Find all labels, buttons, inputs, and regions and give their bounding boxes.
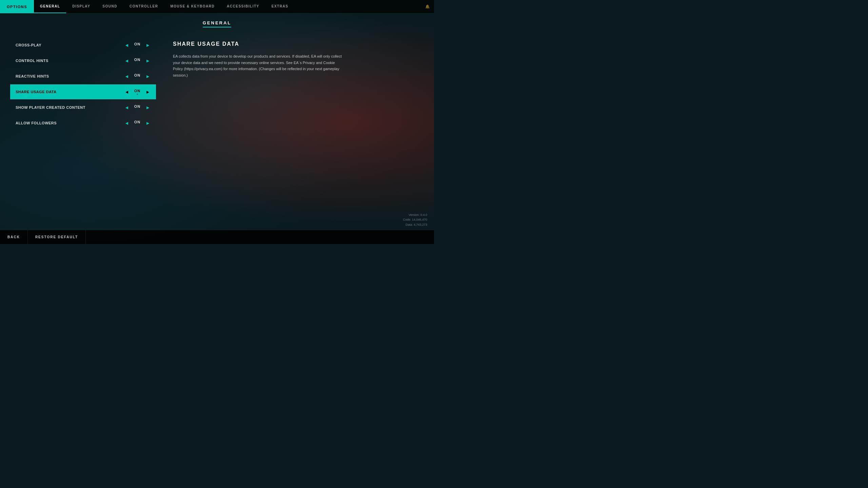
nav-right-icons: 🔔 <box>425 0 434 13</box>
arrow-right-control_hints[interactable]: ▶ <box>145 59 151 63</box>
setting-value-reactive_hints: ON <box>132 73 142 79</box>
arrow-left-reactive_hints[interactable]: ◀ <box>124 75 130 78</box>
nav-tabs: GENERALDISPLAYSOUNDCONTROLLERMOUSE & KEY… <box>34 0 425 13</box>
nav-tab-accessibility[interactable]: ACCESSIBILITY <box>221 0 265 13</box>
arrow-left-allow_followers[interactable]: ◀ <box>124 121 130 125</box>
back-button[interactable]: BACK <box>0 230 28 244</box>
version-line3: Data: 4,743,273 <box>403 222 427 227</box>
top-navigation: OPTIONS GENERALDISPLAYSOUNDCONTROLLERMOU… <box>0 0 434 14</box>
setting-label-cross_play: Cross-Play <box>16 43 124 47</box>
page-title: GENERAL <box>203 20 232 27</box>
version-line2: Code: 14,046,470 <box>403 217 427 222</box>
nav-tab-display[interactable]: DISPLAY <box>66 0 96 13</box>
info-panel: SHARE USAGE DATA EA collects data from y… <box>166 38 424 130</box>
page-title-bar: GENERAL <box>0 14 434 31</box>
arrow-left-control_hints[interactable]: ◀ <box>124 59 130 63</box>
arrow-left-share_usage_data[interactable]: ◀ <box>124 90 130 94</box>
arrow-right-share_usage_data[interactable]: ▶ <box>145 90 151 94</box>
arrow-right-reactive_hints[interactable]: ▶ <box>145 75 151 78</box>
setting-row-cross_play[interactable]: Cross-Play◀ON▶ <box>10 38 156 53</box>
version-info: Version: 0.4.0 Code: 14,046,470 Data: 4,… <box>403 212 427 227</box>
setting-row-allow_followers[interactable]: Allow Followers◀ON▶ <box>10 116 156 130</box>
setting-label-control_hints: Control Hints <box>16 59 124 63</box>
setting-label-reactive_hints: Reactive Hints <box>16 74 124 78</box>
setting-value-control_hints: ON <box>132 58 142 64</box>
setting-value-show_player_created_content: ON <box>132 104 142 110</box>
nav-tab-mouse_keyboard[interactable]: MOUSE & KEYBOARD <box>164 0 221 13</box>
main-content: Cross-Play◀ON▶Control Hints◀ON▶Reactive … <box>0 31 434 130</box>
info-panel-description: EA collects data from your device to dev… <box>173 53 342 79</box>
options-button[interactable]: OPTIONS <box>0 0 34 13</box>
version-line1: Version: 0.4.0 <box>403 212 427 217</box>
arrow-right-show_player_created_content[interactable]: ▶ <box>145 106 151 109</box>
settings-list: Cross-Play◀ON▶Control Hints◀ON▶Reactive … <box>10 38 156 130</box>
arrow-left-show_player_created_content[interactable]: ◀ <box>124 106 130 109</box>
setting-label-share_usage_data: Share Usage Data <box>16 90 124 94</box>
setting-row-control_hints[interactable]: Control Hints◀ON▶ <box>10 53 156 68</box>
bottom-bar: BACK RESTORE DEFAULT <box>0 230 434 244</box>
nav-tab-sound[interactable]: SOUND <box>96 0 123 13</box>
nav-tab-extras[interactable]: EXTRAS <box>265 0 295 13</box>
setting-row-reactive_hints[interactable]: Reactive Hints◀ON▶ <box>10 69 156 84</box>
setting-label-allow_followers: Allow Followers <box>16 121 124 125</box>
setting-label-show_player_created_content: Show Player Created Content <box>16 105 124 109</box>
setting-row-share_usage_data[interactable]: Share Usage Data◀ON▶ <box>10 84 156 99</box>
nav-tab-controller[interactable]: CONTROLLER <box>123 0 164 13</box>
setting-value-cross_play: ON <box>132 42 142 48</box>
setting-row-show_player_created_content[interactable]: Show Player Created Content◀ON▶ <box>10 100 156 115</box>
setting-value-share_usage_data: ON <box>132 89 142 95</box>
restore-default-button[interactable]: RESTORE DEFAULT <box>28 230 86 244</box>
arrow-right-cross_play[interactable]: ▶ <box>145 43 151 47</box>
nav-tab-general[interactable]: GENERAL <box>34 0 66 13</box>
arrow-right-allow_followers[interactable]: ▶ <box>145 121 151 125</box>
info-panel-title: SHARE USAGE DATA <box>173 41 417 47</box>
arrow-left-cross_play[interactable]: ◀ <box>124 43 130 47</box>
setting-value-allow_followers: ON <box>132 120 142 126</box>
